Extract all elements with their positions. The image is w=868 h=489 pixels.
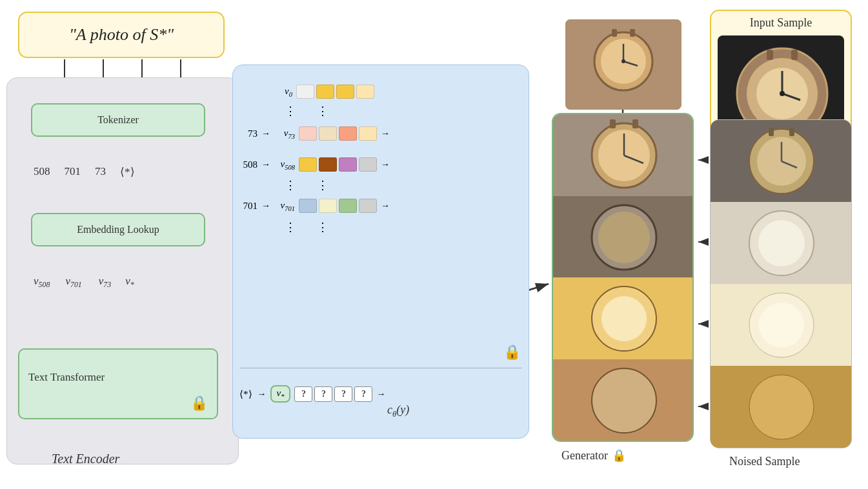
qmarks-row: ? ? ? ?	[294, 386, 372, 402]
v0-block-1	[296, 85, 314, 99]
svg-point-42	[621, 59, 625, 63]
v0-block-2	[316, 85, 334, 99]
tokenizer-box: Tokenizer	[31, 103, 205, 137]
vec-508: v508	[34, 275, 50, 290]
embed-vectors: v508 v701 v73 v*	[34, 275, 134, 290]
vec-701: v701	[65, 275, 81, 290]
ctheta-label: cθ(y)	[387, 403, 409, 419]
embedding-label: Embedding Lookup	[77, 224, 159, 235]
svg-point-54	[598, 212, 650, 263]
tokenizer-label: Tokenizer	[97, 114, 139, 126]
noised-sample-box	[710, 119, 852, 448]
gen-segment-3	[553, 277, 692, 359]
dots-1: ⋮	[285, 104, 296, 118]
embed-row-v508: 508 → v508 →	[239, 157, 390, 172]
token-star: ⟨*⟩	[120, 165, 135, 179]
noised-sample-label: Noised Sample	[729, 455, 800, 468]
embedding-lock: 🔒	[503, 344, 521, 361]
token-numbers: 508 701 73 ⟨*⟩	[34, 165, 135, 179]
svg-point-81	[759, 303, 804, 348]
noised-seg-3	[711, 284, 851, 366]
vstar-row: ⟨*⟩ → v* ? ? ? ? →	[239, 385, 385, 403]
input-sample-label-text: Input Sample	[711, 16, 851, 30]
embed-row-v0: v0	[272, 85, 374, 99]
noised-seg-2	[711, 202, 851, 284]
vec-star: v*	[125, 275, 134, 290]
embedding-panel: v0 ⋮ ⋮ 73 → v73 → 508	[232, 65, 529, 439]
gen-segment-1	[553, 114, 692, 196]
token-73: 73	[95, 165, 106, 179]
text-transformer-box: Text Transformer 🔒	[18, 348, 218, 419]
dots-2: ⋮	[317, 104, 328, 118]
svg-rect-44	[630, 29, 635, 37]
embedding-lookup-box: Embedding Lookup	[31, 213, 205, 246]
token-701: 701	[65, 165, 81, 179]
svg-point-78	[758, 220, 805, 266]
dots-5: ⋮	[285, 220, 296, 234]
svg-rect-68	[791, 50, 798, 60]
input-phrase-box: "A photo of S*"	[18, 12, 225, 58]
svg-rect-43	[612, 29, 617, 37]
diagram-container: "A photo of S*" Tokenizer 508 701 73 ⟨*⟩…	[0, 0, 868, 489]
v0-block-3	[336, 85, 354, 99]
vstar-box: v*	[270, 385, 291, 403]
svg-rect-50	[610, 119, 616, 128]
svg-rect-67	[767, 50, 773, 60]
v0-block-4	[356, 85, 374, 99]
output-clock	[565, 19, 681, 110]
gen-segment-4	[553, 359, 692, 441]
generator-label: Generator 🔒	[561, 448, 626, 463]
embed-row-v73: 73 → v73 →	[239, 126, 390, 141]
gen-segment-2	[553, 196, 692, 278]
noised-seg-4	[711, 366, 851, 448]
noised-seg-1	[711, 120, 851, 202]
text-transformer-lock: 🔒	[190, 395, 208, 412]
svg-point-66	[780, 91, 785, 96]
svg-point-57	[601, 296, 647, 341]
svg-rect-74	[769, 128, 774, 136]
input-phrase-text: "A photo of S*"	[69, 25, 174, 45]
output-clock-svg	[565, 19, 681, 110]
svg-rect-51	[632, 119, 638, 128]
vec-73: v73	[99, 275, 111, 290]
svg-point-59	[592, 368, 656, 433]
text-encoder-label: Text Encoder	[52, 452, 119, 466]
token-508: 508	[34, 165, 50, 179]
text-transformer-label: Text Transformer	[28, 371, 105, 384]
dots-3: ⋮	[285, 178, 296, 192]
dots-4: ⋮	[317, 178, 328, 192]
embed-separator	[239, 368, 522, 368]
embed-row-v701: 701 → v701 →	[239, 199, 390, 213]
generator-box	[552, 113, 694, 442]
svg-point-83	[749, 375, 814, 439]
dots-6: ⋮	[317, 220, 328, 234]
generator-lock: 🔒	[612, 448, 626, 463]
svg-rect-75	[789, 128, 794, 136]
